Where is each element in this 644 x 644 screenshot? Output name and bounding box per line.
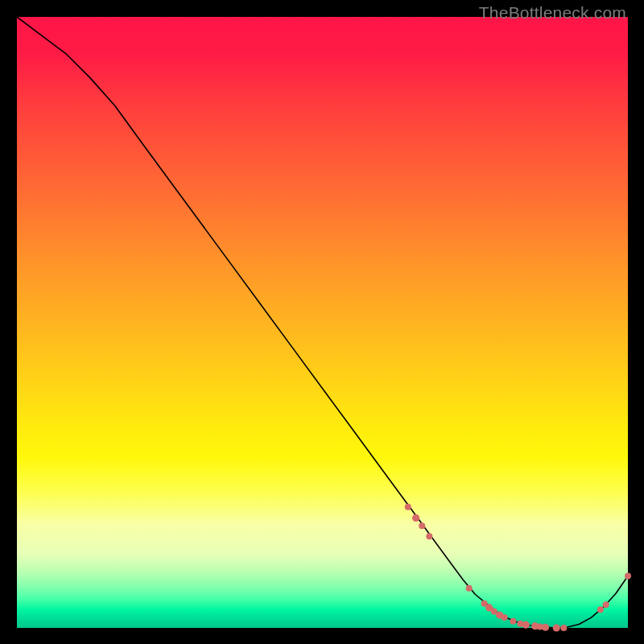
data-marker [466,585,473,592]
data-marker [522,621,530,629]
chart-stage: TheBottleneck.com [0,0,644,644]
watermark-text: TheBottleneck.com [479,3,626,23]
data-marker [625,572,631,579]
data-marker [405,504,411,510]
data-marker [542,624,549,631]
data-marker [560,625,567,631]
data-marker [419,522,425,529]
bottleneck-curve-path [17,17,628,628]
data-marker [412,514,419,522]
chart-overlay [17,17,628,628]
data-marker [553,624,560,631]
data-marker [502,614,508,621]
data-marker [510,618,516,625]
data-marker [426,533,432,539]
data-marker [603,601,609,608]
data-marker [597,606,604,613]
